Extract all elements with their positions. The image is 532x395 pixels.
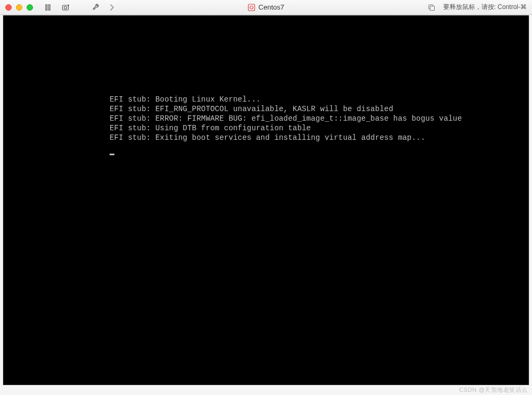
console-line: EFI stub: EFI_RNG_PROTOCOL unavailable, …: [110, 105, 529, 114]
close-window-button[interactable]: [5, 4, 12, 11]
traffic-lights: [5, 4, 33, 11]
svg-point-3: [64, 6, 67, 9]
wrench-icon[interactable]: [92, 3, 100, 12]
svg-rect-0: [46, 5, 47, 10]
release-mouse-hint: 要释放鼠标，请按: Control-⌘: [443, 3, 527, 12]
copy-icon[interactable]: [427, 3, 436, 12]
svg-rect-4: [248, 4, 255, 11]
titlebar: Centos7 要释放鼠标，请按: Control-⌘: [0, 0, 532, 15]
cursor-icon: [110, 154, 114, 155]
toolbar-left-group: [44, 3, 70, 12]
maximize-window-button[interactable]: [27, 4, 33, 11]
svg-rect-2: [63, 5, 69, 10]
pause-icon[interactable]: [44, 3, 52, 12]
chevron-right-icon[interactable]: [107, 3, 116, 12]
toolbar-nav-group: [92, 3, 116, 12]
window-title: Centos7: [248, 3, 284, 11]
cursor-line: [110, 147, 529, 157]
console-line: EFI stub: ERROR: FIRMWARE BUG: efi_loade…: [110, 114, 529, 124]
snapshot-icon[interactable]: [62, 3, 70, 12]
svg-rect-7: [430, 6, 434, 10]
vm-console[interactable]: EFI stub: Booting Linux Kernel... EFI st…: [3, 15, 529, 385]
window-title-text: Centos7: [259, 3, 284, 11]
minimize-window-button[interactable]: [16, 4, 22, 11]
watermark-text: CSDN @天荒地老笑话么: [459, 386, 528, 394]
console-line: EFI stub: Using DTB from configuration t…: [110, 124, 529, 133]
console-line: EFI stub: Exiting boot services and inst…: [110, 133, 529, 143]
console-line: EFI stub: Booting Linux Kernel...: [110, 95, 529, 105]
svg-rect-1: [49, 5, 51, 10]
vm-icon: [248, 4, 255, 11]
toolbar-right-group: 要释放鼠标，请按: Control-⌘: [427, 3, 527, 12]
